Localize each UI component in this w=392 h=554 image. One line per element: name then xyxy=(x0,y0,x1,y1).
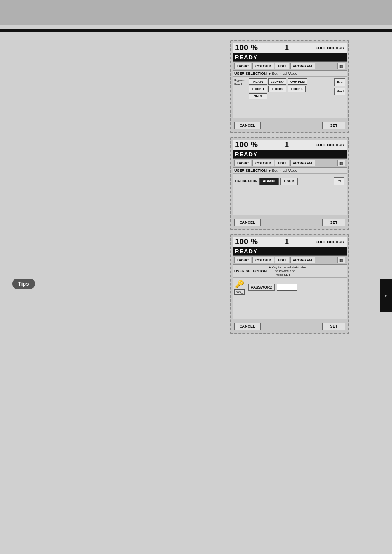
panel3-fullcolour: FULL COLOUR xyxy=(316,240,344,244)
panel2-fullcolour: FULL COLOUR xyxy=(316,143,344,147)
panel1: 100 % 1 FULL COLOUR READY BASIC COLOUR E… xyxy=(230,40,349,133)
cancel-btn-p1[interactable]: CANCEL xyxy=(234,122,261,129)
panel1-bottom: CANCEL SET xyxy=(233,120,347,131)
side-tab: 7 xyxy=(380,279,392,312)
panel2-tabs: BASIC COLOUR EDIT PROGRAM ▦ xyxy=(233,159,347,168)
panel3-tabs: BASIC COLOUR EDIT PROGRAM ▦ xyxy=(233,256,347,265)
panel2: 100 % 1 FULL COLOUR READY BASIC COLOUR E… xyxy=(230,137,349,230)
pre-next-col: Pre Next xyxy=(334,78,345,95)
tab-basic-p2[interactable]: BASIC xyxy=(234,160,251,166)
tab-basic-p1[interactable]: BASIC xyxy=(234,63,251,69)
cancel-btn-p2[interactable]: CANCEL xyxy=(234,219,261,226)
black-rule xyxy=(0,29,392,32)
panel1-header: 100 % 1 FULL COLOUR xyxy=(233,43,347,53)
panel1-num: 1 xyxy=(285,44,289,52)
tab-colour-p3[interactable]: COLOUR xyxy=(252,257,274,263)
btn-305x457[interactable]: 305×457 xyxy=(268,78,286,85)
panel3-bottom: CANCEL SET xyxy=(233,321,347,332)
set-btn-p2[interactable]: SET xyxy=(322,219,345,226)
btn-thick3[interactable]: THICK3 xyxy=(288,86,306,92)
panel3-num: 1 xyxy=(285,238,289,246)
panel1-percent: 100 % xyxy=(235,44,258,52)
panel3-user-sel: USER SELECTION ►Key in the administrator… xyxy=(233,265,347,278)
panel3-user-sel-label: USER SELECTION xyxy=(234,269,267,273)
calib-label: CALIBRATION xyxy=(235,179,258,183)
bypass-row: BypassFeed PLAIN 305×457 OHP FLM THICK 1… xyxy=(234,78,345,99)
tab-icon-p1: ▦ xyxy=(337,63,345,69)
btn-ohpflm[interactable]: OHP FLM xyxy=(288,78,307,85)
panel3-ready: READY xyxy=(233,247,347,256)
xxx-label: xxx_ xyxy=(234,289,245,295)
tab-edit-p2[interactable]: EDIT xyxy=(275,160,289,166)
key-icon: 🔑 xyxy=(235,279,244,289)
btn-row-2: THICK 1 THICK2 THICK3 xyxy=(249,86,332,92)
key-icon-area: 🔑 xxx_ xyxy=(234,279,245,295)
panel3: 100 % 1 FULL COLOUR READY BASIC COLOUR E… xyxy=(230,234,349,334)
tab-edit-p1[interactable]: EDIT xyxy=(275,63,289,69)
set-btn-p1[interactable]: SET xyxy=(322,122,345,129)
panel1-user-sel-label: USER SELECTION xyxy=(234,72,267,76)
side-tab-text: 7 xyxy=(385,295,388,297)
user-btn[interactable]: USER xyxy=(280,178,298,185)
password-label: PASSWORD xyxy=(248,284,274,291)
panel3-user-sel-hint: ►Key in the administrator password and P… xyxy=(268,265,306,277)
btn-thick1[interactable]: THICK 1 xyxy=(249,86,267,92)
tab-icon-p2: ▦ xyxy=(337,160,345,166)
buttons-grid: PLAIN 305×457 OHP FLM THICK 1 THICK2 THI… xyxy=(249,78,332,99)
panel2-percent: 100 % xyxy=(235,141,258,149)
panel2-header: 100 % 1 FULL COLOUR xyxy=(233,140,347,150)
panel2-ready: READY xyxy=(233,150,347,159)
main-content: Tips 100 % 1 FULL COLOUR READY BASIC COL… xyxy=(0,32,392,334)
password-field-row: PASSWORD xyxy=(248,284,297,291)
panel3-user-sel-row: USER SELECTION ►Key in the administrator… xyxy=(234,265,306,277)
next-btn-p1[interactable]: Next xyxy=(334,88,345,95)
tab-colour-p2[interactable]: COLOUR xyxy=(252,160,274,166)
cancel-btn-p3[interactable]: CANCEL xyxy=(234,323,261,330)
btn-plain[interactable]: PLAIN xyxy=(249,78,267,85)
panel1-tabs: BASIC COLOUR EDIT PROGRAM ▦ xyxy=(233,62,347,71)
right-panels: 100 % 1 FULL COLOUR READY BASIC COLOUR E… xyxy=(230,40,349,334)
pre-btn-p2[interactable]: Pre xyxy=(334,177,344,185)
panel3-spacer xyxy=(234,295,345,303)
panel2-user-sel-label: USER SELECTION xyxy=(234,169,267,173)
bypass-label: BypassFeed xyxy=(234,78,247,87)
calibration-row: CALIBRATION ADMIN USER Pre xyxy=(234,175,345,187)
panel1-fullcolour: FULL COLOUR xyxy=(316,46,344,50)
btn-thick2[interactable]: THICK2 xyxy=(268,86,286,92)
panel2-body: CALIBRATION ADMIN USER Pre xyxy=(233,174,347,215)
tab-icon-p3: ▦ xyxy=(337,257,345,263)
panel1-body: BypassFeed PLAIN 305×457 OHP FLM THICK 1… xyxy=(233,77,347,118)
panel2-spacer xyxy=(234,187,345,211)
tab-edit-p3[interactable]: EDIT xyxy=(275,257,289,263)
panel2-user-sel-value: ►Set Initial Value xyxy=(268,169,297,173)
top-bar xyxy=(0,0,392,25)
tab-program-p3[interactable]: PROGRAM xyxy=(290,257,315,263)
btn-row-1: PLAIN 305×457 OHP FLM xyxy=(249,78,332,85)
panel2-num: 1 xyxy=(285,141,289,149)
tab-program-p1[interactable]: PROGRAM xyxy=(290,63,315,69)
panel3-body: 🔑 xxx_ PASSWORD xyxy=(233,278,347,319)
tips-badge: Tips xyxy=(12,279,35,289)
panel3-percent: 100 % xyxy=(235,238,258,246)
btn-row-3: THIN xyxy=(249,93,332,99)
tab-basic-p3[interactable]: BASIC xyxy=(234,257,251,263)
pre-btn-p1[interactable]: Pre xyxy=(334,78,345,86)
pre-col-p2: Pre xyxy=(334,177,344,185)
panel3-header: 100 % 1 FULL COLOUR xyxy=(233,237,347,247)
panel1-user-sel: USER SELECTION ►Set Initial Value xyxy=(233,71,347,77)
left-area: Tips xyxy=(12,40,230,334)
set-btn-p3[interactable]: SET xyxy=(322,323,345,330)
tab-program-p2[interactable]: PROGRAM xyxy=(290,160,315,166)
admin-btn[interactable]: ADMIN xyxy=(259,178,279,185)
panel2-bottom: CANCEL SET xyxy=(233,217,347,228)
tab-colour-p1[interactable]: COLOUR xyxy=(252,63,274,69)
panel2-user-sel: USER SELECTION ►Set Initial Value xyxy=(233,168,347,174)
key-row: 🔑 xxx_ PASSWORD xyxy=(234,279,345,295)
panel1-ready: READY xyxy=(233,53,347,62)
panel1-user-sel-value: ►Set Initial Value xyxy=(268,72,297,76)
btn-thin[interactable]: THIN xyxy=(249,93,267,99)
password-input[interactable] xyxy=(277,284,297,291)
